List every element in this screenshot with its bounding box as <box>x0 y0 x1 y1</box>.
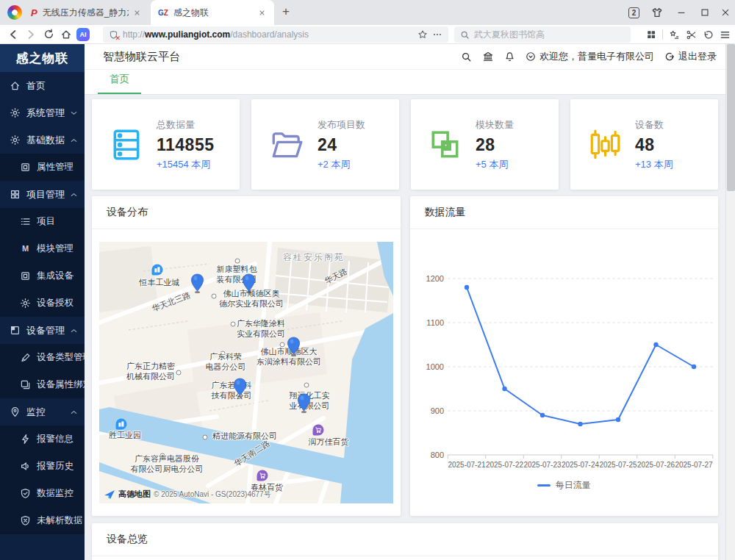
menu-icon[interactable] <box>720 29 731 40</box>
tab-count-badge[interactable]: 2 <box>628 0 639 25</box>
mall-cart-icon[interactable] <box>257 470 268 481</box>
back-button[interactable] <box>4 26 22 43</box>
sidebar-item-16[interactable]: 未解析数据 <box>0 507 85 534</box>
amap-logo-icon <box>104 489 115 500</box>
browser-tab-1[interactable]: P 无线压力传感器_静力水准仪_ <box>24 0 148 25</box>
device-distribution-map[interactable]: 新康塑料包装有限公司容桂安乐阁苑恒丰工业城佛山市顺德区奥德尔实业有限公司广东华隆… <box>99 242 393 503</box>
browser-logo-icon[interactable] <box>7 5 22 20</box>
sidebar-item-label: 系统管理 <box>26 107 65 120</box>
svg-text:2025-07-26: 2025-07-26 <box>637 461 675 469</box>
minimize-button[interactable] <box>676 0 686 25</box>
ai-assistant-button[interactable]: AI <box>76 28 90 41</box>
s-home-icon <box>10 80 21 91</box>
database-icon <box>110 128 143 162</box>
close-button[interactable] <box>720 0 731 25</box>
undo-icon[interactable] <box>703 29 714 40</box>
sidebar-item-label: 集成设备 <box>37 270 74 282</box>
sidebar-item-2[interactable]: 基础数据 <box>0 126 85 154</box>
chevron-up-icon <box>71 193 77 197</box>
favorites-list-icon[interactable] <box>669 29 680 40</box>
user-circle-icon <box>526 51 536 62</box>
page-tabstrip: 首页 <box>85 70 725 95</box>
reload-button[interactable] <box>40 26 57 43</box>
apps-grid-icon[interactable] <box>646 29 656 40</box>
map-label: 广东容声电器股份有限公司厨电分公司 <box>131 453 204 475</box>
new-tab-button[interactable]: + <box>278 4 294 20</box>
theme-shirt-icon[interactable] <box>651 0 663 25</box>
tab2-close-icon[interactable] <box>257 10 267 16</box>
map-poi-dot <box>212 294 217 299</box>
sidebar-submenu: 报警信息报警历史数据监控未解析数据 <box>0 426 85 534</box>
map-poi-dot <box>235 259 240 264</box>
sidebar-item-4[interactable]: 项目管理 <box>0 181 85 208</box>
welcome-user[interactable]: 欢迎您，普量电子有限公司 <box>526 50 654 63</box>
sidebar-item-9[interactable]: 设备管理 <box>0 317 85 344</box>
chart-legend[interactable]: 每日流量 <box>537 479 591 492</box>
search-suggestion-text: 武大夏秋图书馆高 <box>474 29 545 41</box>
forward-button[interactable] <box>22 26 40 43</box>
screenshot-scissors-icon[interactable] <box>686 29 697 40</box>
sidebar-item-3[interactable]: 属性管理 <box>0 154 85 181</box>
building-poi-icon[interactable] <box>116 419 127 430</box>
mall-cart-icon[interactable] <box>313 425 324 436</box>
url-text[interactable]: http://www.puliangiot.com/dashboard/anal… <box>123 29 413 40</box>
more-options-icon[interactable] <box>432 29 442 40</box>
tab2-favicon: GZ <box>158 9 168 17</box>
stat-label: 发布项目数 <box>318 118 365 132</box>
chevron-up-icon <box>71 410 77 414</box>
sidebar-item-0[interactable]: 首页 <box>0 72 85 99</box>
sidebar-item-label: 首页 <box>26 79 46 93</box>
svg-text:1000: 1000 <box>426 362 444 371</box>
sidebar-item-12[interactable]: 监控 <box>0 398 85 426</box>
sidebar-item-11[interactable]: 设备属性绑定 <box>0 371 85 398</box>
sidebar-item-10[interactable]: 设备类型管理 <box>0 344 85 371</box>
sidebar-item-15[interactable]: 数据监控 <box>0 480 85 507</box>
s-spk-icon <box>20 461 31 472</box>
home-button[interactable] <box>57 26 75 43</box>
header-search-icon[interactable] <box>461 51 472 62</box>
svg-text:2025-07-27: 2025-07-27 <box>675 461 714 469</box>
site-security-shield-icon[interactable]: ✕ <box>109 30 118 40</box>
device-marker[interactable] <box>242 273 256 297</box>
data-flow-card: 数据流量 8009001000110012002025-07-212025-07… <box>410 196 719 516</box>
sidebar-item-1[interactable]: 系统管理 <box>0 99 85 126</box>
sidebar-item-14[interactable]: 报警历史 <box>0 453 85 480</box>
notification-bell-icon[interactable] <box>504 51 515 62</box>
sidebar-item-7[interactable]: 集成设备 <box>0 262 85 290</box>
device-marker[interactable] <box>233 378 247 401</box>
sidebar-item-8[interactable]: 设备授权 <box>0 290 85 317</box>
s-pin-icon <box>10 406 21 417</box>
bookmark-star-icon[interactable] <box>417 29 428 40</box>
sidebar-item-label: 数据监控 <box>37 487 74 500</box>
sidebar-item-6[interactable]: M模块管理 <box>0 235 85 262</box>
building-poi-icon[interactable] <box>152 265 163 276</box>
device-marker[interactable] <box>297 393 311 417</box>
device-marker[interactable] <box>190 273 204 297</box>
sidebar-item-label: 报警信息 <box>37 433 74 445</box>
sidebar-item-label: 设备属性绑定 <box>37 378 92 391</box>
sidebar-item-5[interactable]: 项目 <box>0 208 85 235</box>
dashboard-content: 总数据量114855+15454 本周发布项目数24+2 本周模块数量28+5 … <box>85 95 725 560</box>
tab1-close-icon[interactable] <box>134 10 141 16</box>
stat-label: 总数据量 <box>157 118 214 132</box>
sidebar-item-label: 设备类型管理 <box>37 351 92 364</box>
maximize-button[interactable] <box>700 0 710 25</box>
app-logo[interactable]: 感之物联 <box>0 44 85 72</box>
sidebar-item-13[interactable]: 报警信息 <box>0 426 85 453</box>
tab-home[interactable]: 首页 <box>98 73 141 94</box>
browser-tab-2[interactable]: GZ 感之物联 <box>151 0 274 25</box>
device-marker[interactable] <box>287 337 301 360</box>
address-bar[interactable]: ✕ http://www.puliangiot.com/dashboard/an… <box>103 26 448 43</box>
stat-card-2: 模块数量28+5 本周 <box>411 99 559 190</box>
page-scrollbar[interactable] <box>725 44 735 560</box>
sidebar-item-label: 设备授权 <box>37 297 74 309</box>
candles-icon <box>588 128 622 162</box>
s-gear-icon <box>10 107 21 118</box>
logout-button[interactable]: 退出登录 <box>664 50 717 63</box>
tab2-title: 感之物联 <box>173 7 209 19</box>
browser-nav-bar: AI ✕ http://www.puliangiot.com/dashboard… <box>0 25 735 44</box>
bank-icon[interactable] <box>482 51 494 62</box>
scrollbar-thumb[interactable] <box>727 44 735 191</box>
app-sidebar: 感之物联 首页系统管理基础数据属性管理项目管理项目M模块管理集成设备设备授权设备… <box>0 44 85 560</box>
browser-search-box[interactable]: 武大夏秋图书馆高 <box>454 26 631 43</box>
